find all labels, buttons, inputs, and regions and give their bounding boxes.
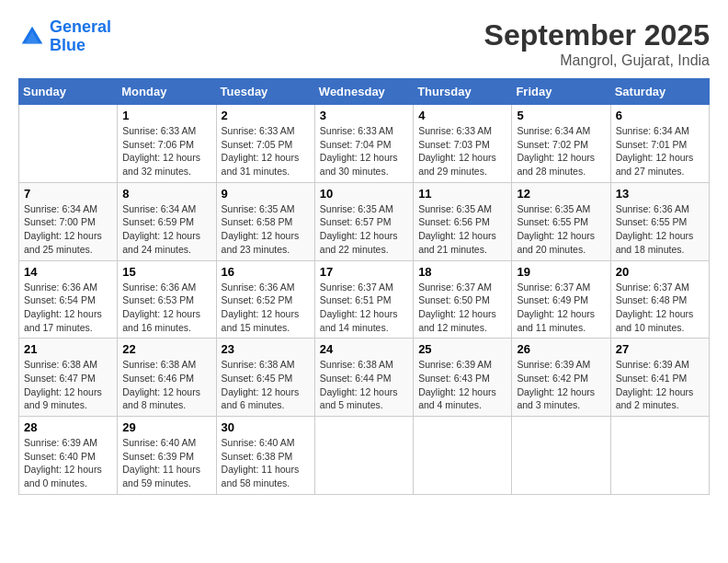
- calendar-cell: 10Sunrise: 6:35 AM Sunset: 6:57 PM Dayli…: [314, 182, 413, 260]
- calendar-cell: 29Sunrise: 6:40 AM Sunset: 6:39 PM Dayli…: [118, 417, 216, 495]
- day-number: 3: [320, 109, 408, 122]
- day-number: 27: [616, 342, 704, 356]
- day-number: 24: [320, 342, 408, 356]
- calendar-week-row: 7Sunrise: 6:34 AM Sunset: 7:00 PM Daylig…: [19, 182, 710, 260]
- day-number: 29: [122, 420, 210, 434]
- day-info: Sunrise: 6:39 AM Sunset: 6:43 PM Dayligh…: [418, 358, 506, 412]
- calendar-cell: 21Sunrise: 6:38 AM Sunset: 6:47 PM Dayli…: [19, 339, 118, 417]
- day-info: Sunrise: 6:38 AM Sunset: 6:44 PM Dayligh…: [320, 358, 408, 412]
- day-number: 23: [222, 342, 310, 356]
- calendar-cell: 11Sunrise: 6:35 AM Sunset: 6:56 PM Dayli…: [414, 182, 512, 260]
- calendar-cell: [512, 417, 610, 495]
- day-number: 1: [122, 109, 210, 122]
- day-number: 22: [122, 342, 210, 356]
- calendar-cell: [414, 417, 512, 495]
- calendar-cell: 15Sunrise: 6:36 AM Sunset: 6:53 PM Dayli…: [118, 260, 216, 339]
- day-info: Sunrise: 6:35 AM Sunset: 6:57 PM Dayligh…: [320, 202, 408, 257]
- day-info: Sunrise: 6:35 AM Sunset: 6:55 PM Dayligh…: [517, 202, 605, 257]
- day-info: Sunrise: 6:39 AM Sunset: 6:40 PM Dayligh…: [24, 436, 112, 490]
- day-info: Sunrise: 6:34 AM Sunset: 6:59 PM Dayligh…: [122, 202, 210, 257]
- logo-line2: Blue: [50, 36, 85, 54]
- day-number: 6: [616, 109, 704, 122]
- day-info: Sunrise: 6:36 AM Sunset: 6:53 PM Dayligh…: [122, 281, 210, 335]
- day-info: Sunrise: 6:36 AM Sunset: 6:54 PM Dayligh…: [24, 281, 112, 335]
- day-number: 30: [222, 420, 310, 434]
- calendar-cell: [610, 417, 709, 495]
- weekday-header: Saturday: [610, 79, 709, 105]
- month-title: September 2025: [484, 18, 710, 52]
- calendar-week-row: 14Sunrise: 6:36 AM Sunset: 6:54 PM Dayli…: [19, 260, 710, 339]
- day-number: 8: [122, 187, 210, 201]
- page-header: General Blue September 2025 Mangrol, Guj…: [18, 18, 710, 69]
- weekday-header: Thursday: [414, 79, 512, 105]
- day-info: Sunrise: 6:35 AM Sunset: 6:56 PM Dayligh…: [418, 202, 506, 257]
- day-info: Sunrise: 6:37 AM Sunset: 6:49 PM Dayligh…: [517, 281, 605, 335]
- day-number: 17: [320, 265, 408, 279]
- weekday-header: Wednesday: [314, 79, 413, 105]
- calendar-cell: 5Sunrise: 6:34 AM Sunset: 7:02 PM Daylig…: [512, 105, 610, 183]
- day-number: 25: [418, 342, 506, 356]
- calendar-cell: [19, 105, 118, 183]
- day-number: 28: [24, 420, 112, 434]
- day-info: Sunrise: 6:37 AM Sunset: 6:50 PM Dayligh…: [418, 281, 506, 335]
- calendar-cell: 22Sunrise: 6:38 AM Sunset: 6:46 PM Dayli…: [118, 339, 216, 417]
- calendar-cell: 23Sunrise: 6:38 AM Sunset: 6:45 PM Dayli…: [216, 339, 314, 417]
- calendar-cell: 19Sunrise: 6:37 AM Sunset: 6:49 PM Dayli…: [512, 260, 610, 339]
- day-number: 16: [222, 265, 310, 279]
- calendar-cell: 18Sunrise: 6:37 AM Sunset: 6:50 PM Dayli…: [414, 260, 512, 339]
- day-info: Sunrise: 6:38 AM Sunset: 6:47 PM Dayligh…: [24, 358, 112, 412]
- weekday-header: Tuesday: [216, 79, 314, 105]
- day-number: 5: [517, 109, 605, 122]
- calendar-cell: 6Sunrise: 6:34 AM Sunset: 7:01 PM Daylig…: [610, 105, 709, 183]
- calendar-cell: 12Sunrise: 6:35 AM Sunset: 6:55 PM Dayli…: [512, 182, 610, 260]
- weekday-header: Friday: [512, 79, 610, 105]
- calendar-cell: 17Sunrise: 6:37 AM Sunset: 6:51 PM Dayli…: [314, 260, 413, 339]
- calendar-cell: 16Sunrise: 6:36 AM Sunset: 6:52 PM Dayli…: [216, 260, 314, 339]
- day-info: Sunrise: 6:33 AM Sunset: 7:04 PM Dayligh…: [320, 124, 408, 178]
- calendar-cell: 25Sunrise: 6:39 AM Sunset: 6:43 PM Dayli…: [414, 339, 512, 417]
- weekday-header: Monday: [118, 79, 216, 105]
- day-number: 18: [418, 265, 506, 279]
- day-info: Sunrise: 6:33 AM Sunset: 7:03 PM Dayligh…: [418, 124, 506, 178]
- calendar-week-row: 1Sunrise: 6:33 AM Sunset: 7:06 PM Daylig…: [19, 105, 710, 183]
- logo-text: General Blue: [50, 18, 111, 55]
- calendar-week-row: 21Sunrise: 6:38 AM Sunset: 6:47 PM Dayli…: [19, 339, 710, 417]
- day-number: 10: [320, 187, 408, 201]
- day-number: 21: [24, 342, 112, 356]
- day-info: Sunrise: 6:33 AM Sunset: 7:05 PM Dayligh…: [222, 124, 310, 178]
- calendar-cell: 2Sunrise: 6:33 AM Sunset: 7:05 PM Daylig…: [216, 105, 314, 183]
- title-block: September 2025 Mangrol, Gujarat, India: [484, 18, 710, 69]
- day-number: 13: [616, 187, 704, 201]
- day-number: 4: [418, 109, 506, 122]
- day-info: Sunrise: 6:39 AM Sunset: 6:42 PM Dayligh…: [517, 358, 605, 412]
- day-info: Sunrise: 6:33 AM Sunset: 7:06 PM Dayligh…: [122, 124, 210, 178]
- day-info: Sunrise: 6:34 AM Sunset: 7:02 PM Dayligh…: [517, 124, 605, 178]
- calendar-cell: 28Sunrise: 6:39 AM Sunset: 6:40 PM Dayli…: [19, 417, 118, 495]
- day-info: Sunrise: 6:38 AM Sunset: 6:45 PM Dayligh…: [222, 358, 310, 412]
- calendar-cell: 7Sunrise: 6:34 AM Sunset: 7:00 PM Daylig…: [19, 182, 118, 260]
- calendar-cell: 9Sunrise: 6:35 AM Sunset: 6:58 PM Daylig…: [216, 182, 314, 260]
- day-info: Sunrise: 6:36 AM Sunset: 6:55 PM Dayligh…: [616, 202, 704, 257]
- calendar-cell: 3Sunrise: 6:33 AM Sunset: 7:04 PM Daylig…: [314, 105, 413, 183]
- day-info: Sunrise: 6:40 AM Sunset: 6:39 PM Dayligh…: [122, 436, 210, 490]
- day-info: Sunrise: 6:39 AM Sunset: 6:41 PM Dayligh…: [616, 358, 704, 412]
- calendar-cell: 14Sunrise: 6:36 AM Sunset: 6:54 PM Dayli…: [19, 260, 118, 339]
- calendar-cell: [314, 417, 413, 495]
- logo-line1: General: [50, 17, 111, 36]
- day-number: 12: [517, 187, 605, 201]
- calendar-cell: 20Sunrise: 6:37 AM Sunset: 6:48 PM Dayli…: [610, 260, 709, 339]
- day-number: 11: [418, 187, 506, 201]
- day-number: 19: [517, 265, 605, 279]
- day-info: Sunrise: 6:36 AM Sunset: 6:52 PM Dayligh…: [222, 281, 310, 335]
- calendar-cell: 27Sunrise: 6:39 AM Sunset: 6:41 PM Dayli…: [610, 339, 709, 417]
- calendar-cell: 4Sunrise: 6:33 AM Sunset: 7:03 PM Daylig…: [414, 105, 512, 183]
- day-number: 20: [616, 265, 704, 279]
- day-number: 26: [517, 342, 605, 356]
- calendar-cell: 24Sunrise: 6:38 AM Sunset: 6:44 PM Dayli…: [314, 339, 413, 417]
- logo: General Blue: [18, 18, 111, 55]
- day-info: Sunrise: 6:35 AM Sunset: 6:58 PM Dayligh…: [222, 202, 310, 257]
- calendar-cell: 8Sunrise: 6:34 AM Sunset: 6:59 PM Daylig…: [118, 182, 216, 260]
- calendar-cell: 13Sunrise: 6:36 AM Sunset: 6:55 PM Dayli…: [610, 182, 709, 260]
- calendar-week-row: 28Sunrise: 6:39 AM Sunset: 6:40 PM Dayli…: [19, 417, 710, 495]
- weekday-header: Sunday: [19, 79, 118, 105]
